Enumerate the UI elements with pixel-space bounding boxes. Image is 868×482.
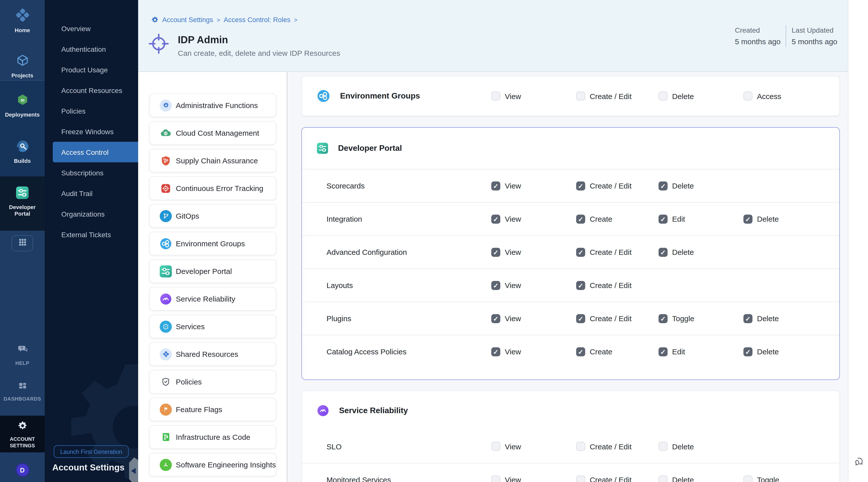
resource-card-environment-groups[interactable]: Environment Groups <box>149 232 276 255</box>
delete-checkbox[interactable] <box>658 181 668 190</box>
rail-label-developer-portal: Developer Portal <box>5 204 40 217</box>
access-checkbox[interactable] <box>743 91 752 100</box>
permission-row-advanced-configuration: Advanced Configuration View Create / Edi… <box>302 235 839 268</box>
resource-card-developer-portal[interactable]: Developer Portal <box>149 259 276 283</box>
create-checkbox[interactable] <box>576 347 585 356</box>
checkbox-label: Create <box>590 215 612 223</box>
rail-item-deployments[interactable]: ∞ Deployments <box>0 93 45 118</box>
page-title: IDP Admin <box>178 34 228 46</box>
launch-first-generation-button[interactable]: Launch First Generation <box>54 445 129 458</box>
resource-card-cloud-cost-management[interactable]: $ Cloud Cost Management <box>149 121 276 145</box>
checkbox-label: Delete <box>672 92 694 100</box>
delete-checkbox[interactable] <box>743 314 752 323</box>
view-checkbox[interactable] <box>491 347 500 356</box>
resource-card-gitops[interactable]: GitOps <box>149 204 276 228</box>
delete-checkbox[interactable] <box>658 475 668 482</box>
breadcrumb-access-control-roles[interactable]: Access Control: Roles <box>224 16 290 24</box>
sidebar-item-account-resources[interactable]: Account Resources <box>53 80 138 100</box>
create-edit-checkbox[interactable] <box>576 475 585 482</box>
rail-label-projects: Projects <box>11 72 33 79</box>
rail-item-help[interactable]: ? HELP <box>0 344 45 366</box>
permission-row-label: Layouts <box>302 281 491 290</box>
view-checkbox[interactable] <box>491 247 500 257</box>
create-edit-checkbox[interactable] <box>576 181 585 190</box>
view-checkbox[interactable] <box>491 181 500 190</box>
sidebar-item-overview[interactable]: Overview <box>53 18 138 39</box>
breadcrumb-gear-icon <box>151 16 159 24</box>
view-checkbox[interactable] <box>491 91 500 100</box>
sidebar-item-label: Account Resources <box>61 86 122 94</box>
delete-checkbox[interactable] <box>743 347 752 356</box>
toggle-checkbox[interactable] <box>658 314 668 323</box>
rail-item-developer-portal[interactable]: Developer Portal <box>0 186 45 217</box>
checkbox-label: View <box>505 347 521 356</box>
create-edit-checkbox[interactable] <box>576 442 585 451</box>
sidebar-item-policies[interactable]: Policies <box>53 100 138 121</box>
rail-item-projects[interactable]: Projects <box>0 53 45 79</box>
shared-resources-diamond-icon <box>160 348 172 360</box>
toggle-checkbox[interactable] <box>743 475 752 482</box>
rail-item-home[interactable]: Home <box>0 8 45 34</box>
developer-portal-sliders-icon <box>317 143 328 154</box>
iac-circuit-icon <box>160 431 172 443</box>
sidebar-item-audit-trail[interactable]: Audit Trail <box>53 183 138 204</box>
resource-label: Environment Groups <box>176 239 245 248</box>
delete-checkbox[interactable] <box>658 91 668 100</box>
user-avatar[interactable]: D <box>15 463 29 477</box>
launch-first-generation-label: Launch First Generation <box>60 449 122 455</box>
rail-item-account-settings[interactable]: ACCOUNT SETTINGS <box>0 421 45 449</box>
view-checkbox[interactable] <box>491 314 500 323</box>
create-edit-checkbox[interactable] <box>576 281 585 290</box>
module-picker-button[interactable] <box>11 235 33 251</box>
svg-text:∞: ∞ <box>20 97 25 103</box>
resource-label: Services <box>176 322 205 331</box>
view-checkbox[interactable] <box>491 281 500 290</box>
sidebar-item-authentication[interactable]: Authentication <box>53 39 138 59</box>
developer-portal-sliders-icon <box>16 186 29 201</box>
delete-checkbox[interactable] <box>658 442 668 451</box>
rail-item-builds[interactable]: Builds <box>0 140 45 164</box>
permission-cell-access: Access <box>743 91 839 100</box>
sidebar-item-subscriptions[interactable]: Subscriptions <box>53 162 138 183</box>
view-checkbox[interactable] <box>491 214 500 223</box>
sidebar-item-label: Audit Trail <box>61 189 93 197</box>
permission-cell-delete: Delete <box>658 91 743 100</box>
help-chat-icon: ? <box>17 344 28 357</box>
resource-card-shared-resources[interactable]: Shared Resources <box>149 342 276 366</box>
resource-card-supply-chain-assurance[interactable]: Supply Chain Assurance <box>149 149 276 172</box>
edit-checkbox[interactable] <box>658 214 668 223</box>
permission-cell-view: View <box>491 91 576 100</box>
delete-checkbox[interactable] <box>658 247 668 257</box>
create-edit-checkbox[interactable] <box>576 91 585 100</box>
sidebar-item-organizations[interactable]: Organizations <box>53 204 138 224</box>
sidebar-item-label: Overview <box>61 24 91 32</box>
resource-card-policies[interactable]: Policies <box>149 370 276 394</box>
rail-item-dashboards[interactable]: DASHBOARDS <box>0 382 45 402</box>
edit-checkbox[interactable] <box>658 347 668 356</box>
delete-checkbox[interactable] <box>743 214 752 223</box>
create-checkbox[interactable] <box>576 214 585 223</box>
chat-support-icon[interactable] <box>852 455 865 470</box>
resource-card-infrastructure-as-code[interactable]: Infrastructure as Code <box>149 425 276 449</box>
permission-card-header: Environment Groups <box>302 89 491 102</box>
create-edit-checkbox[interactable] <box>576 247 585 257</box>
resource-card-software-engineering-insights[interactable]: Software Engineering Insights <box>149 453 276 477</box>
resource-label: Policies <box>176 378 202 386</box>
breadcrumb-account-settings[interactable]: Account Settings <box>162 16 213 24</box>
sidebar-item-access-control[interactable]: Access Control <box>53 142 138 162</box>
view-checkbox[interactable] <box>491 475 500 482</box>
sidebar-item-freeze-windows[interactable]: Freeze Windows <box>53 121 138 142</box>
create-edit-checkbox[interactable] <box>576 314 585 323</box>
resource-card-continuous-error-tracking[interactable]: Continuous Error Tracking <box>149 176 276 200</box>
resource-label: Feature Flags <box>176 405 222 414</box>
rail-item-user[interactable]: D <box>0 463 45 477</box>
view-checkbox[interactable] <box>491 442 500 451</box>
sidebar-item-product-usage[interactable]: Product Usage <box>53 59 138 80</box>
resource-card-services[interactable]: Services <box>149 314 276 338</box>
sidebar-item-external-tickets[interactable]: External Tickets <box>53 224 138 245</box>
last-updated-meta: Last Updated 5 months ago <box>792 26 837 46</box>
resource-card-administrative-functions[interactable]: Administrative Functions <box>149 93 276 117</box>
resource-card-feature-flags[interactable]: Feature Flags <box>149 397 276 421</box>
resource-card-service-reliability[interactable]: Service Reliability <box>149 287 276 311</box>
module-rail: Home Projects ∞ Deployments Builds Devel… <box>0 0 45 482</box>
